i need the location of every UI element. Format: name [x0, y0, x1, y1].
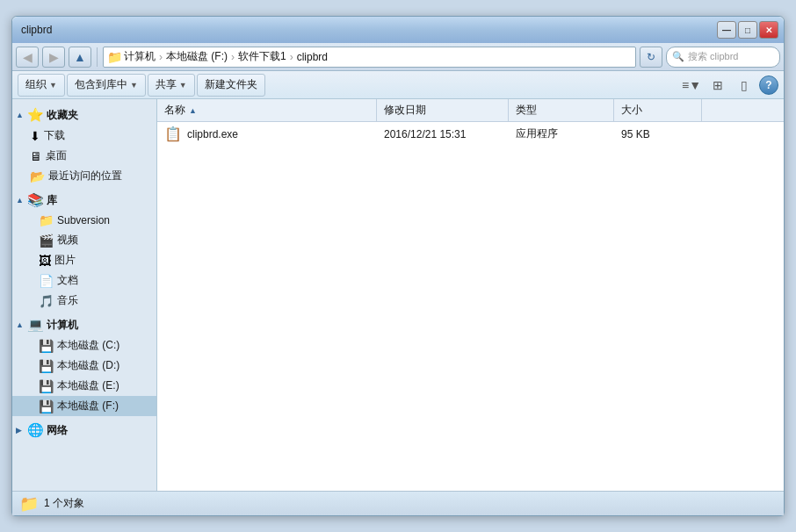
minimize-button[interactable]: —: [717, 21, 736, 39]
toolbar: 组织 ▼ 包含到库中 ▼ 共享 ▼ 新建文件夹 ≡▼ ⊞ ▯ ?: [12, 71, 784, 99]
file-exe-icon: 📋: [164, 126, 182, 142]
table-row[interactable]: 📋 clipbrd.exe 2016/12/21 15:31 应用程序 95 K…: [157, 122, 784, 147]
window-controls: — □ ✕: [717, 21, 778, 39]
refresh-button[interactable]: ↻: [640, 47, 662, 68]
addr-sep-3: ›: [290, 51, 293, 63]
sidebar-item-picture[interactable]: 🖼 图片: [12, 250, 156, 270]
up-button[interactable]: ▲: [69, 47, 91, 68]
col-size-header[interactable]: 大小: [614, 99, 702, 121]
addr-sep-2: ›: [231, 51, 235, 63]
download-icon: ⬇: [30, 129, 40, 143]
video-label: 视频: [57, 233, 78, 248]
search-box[interactable]: 🔍 搜索 clipbrd: [666, 47, 780, 68]
sidebar-item-document[interactable]: 📄 文档: [12, 270, 156, 291]
drive-f-label: 本地磁盘 (F:): [57, 399, 119, 413]
content-area: ▲ ⭐ 收藏夹 ⬇ 下载 🖥 桌面 📂 最近访问的位置: [12, 99, 784, 491]
favorites-icon: ⭐: [27, 107, 44, 123]
sidebar-favorites-section: ▲ ⭐ 收藏夹 ⬇ 下载 🖥 桌面 📂 最近访问的位置: [12, 104, 156, 186]
organize-arrow-icon: ▼: [49, 81, 57, 90]
drive-d-label: 本地磁盘 (D:): [57, 358, 119, 373]
addr-folder1: 软件下载1: [238, 49, 286, 64]
sidebar-item-subversion[interactable]: 📁 Subversion: [12, 211, 156, 230]
sidebar-item-music[interactable]: 🎵 音乐: [12, 291, 156, 311]
favorites-label: 收藏夹: [47, 108, 78, 123]
file-size-cell: 95 KB: [614, 122, 702, 146]
view-menu-button[interactable]: ≡▼: [680, 75, 703, 96]
sidebar-item-drive-e[interactable]: 💾 本地磁盘 (E:): [12, 376, 156, 396]
sidebar-favorites-header[interactable]: ▲ ⭐ 收藏夹: [12, 104, 156, 126]
file-name-cell: 📋 clipbrd.exe: [157, 122, 377, 146]
col-name-label: 名称: [164, 103, 185, 118]
address-bar[interactable]: 📁 计算机 › 本地磁盘 (F:) › 软件下载1 › clipbrd: [103, 47, 636, 68]
details-pane-button[interactable]: ▯: [733, 75, 756, 96]
sidebar-item-desktop[interactable]: 🖥 桌面: [12, 146, 156, 166]
file-type-cell: 应用程序: [509, 122, 614, 146]
file-type: 应用程序: [516, 126, 558, 141]
layout-button[interactable]: ⊞: [706, 75, 729, 96]
addr-computer: 计算机: [124, 49, 156, 64]
share-label: 共享: [156, 77, 177, 92]
sidebar-item-drive-d[interactable]: 💾 本地磁盘 (D:): [12, 356, 156, 376]
drive-d-icon: 💾: [39, 359, 54, 373]
organize-label: 组织: [25, 77, 47, 92]
include-label: 包含到库中: [75, 77, 127, 92]
addr-drive: 本地磁盘 (F:): [166, 49, 228, 64]
computer-section-icon: 💻: [27, 317, 44, 333]
status-text: 1 个对象: [44, 496, 84, 511]
drive-e-icon: 💾: [39, 379, 54, 393]
share-arrow-icon: ▼: [179, 81, 187, 90]
close-button[interactable]: ✕: [759, 21, 778, 39]
col-type-header[interactable]: 类型: [509, 99, 614, 121]
network-label: 网络: [47, 423, 68, 438]
include-library-button[interactable]: 包含到库中 ▼: [67, 74, 146, 97]
search-placeholder: 搜索 clipbrd: [688, 50, 738, 63]
music-label: 音乐: [57, 293, 78, 308]
document-label: 文档: [57, 273, 78, 288]
sidebar-computer-header[interactable]: ▲ 💻 计算机: [12, 314, 156, 335]
folder-icon: 📁: [107, 50, 122, 64]
picture-icon: 🖼: [39, 254, 51, 268]
drive-f-icon: 💾: [39, 399, 54, 413]
desktop-label: 桌面: [46, 148, 67, 163]
nav-bar: ◀ ▶ ▲ 📁 计算机 › 本地磁盘 (F:) › 软件下载1 › clipbr…: [12, 43, 784, 71]
sidebar-library-section: ▲ 📚 库 📁 Subversion 🎬 视频 🖼 图片 📄: [12, 190, 156, 311]
back-button[interactable]: ◀: [16, 47, 39, 68]
file-date-cell: 2016/12/21 15:31: [377, 122, 509, 146]
titlebar: clipbrd — □ ✕: [12, 17, 784, 43]
download-label: 下载: [44, 128, 65, 143]
computer-label: 计算机: [47, 318, 78, 333]
col-type-label: 类型: [516, 103, 537, 118]
library-label: 库: [47, 193, 57, 208]
sidebar-item-video[interactable]: 🎬 视频: [12, 230, 156, 250]
sidebar-item-drive-c[interactable]: 💾 本地磁盘 (C:): [12, 335, 156, 356]
file-size: 95 KB: [621, 128, 650, 140]
music-icon: 🎵: [39, 294, 54, 308]
share-button[interactable]: 共享 ▼: [148, 74, 195, 97]
status-bar: 📁 1 个对象: [12, 491, 784, 515]
recent-icon: 📂: [30, 169, 45, 183]
favorites-expand-icon: ▲: [16, 111, 25, 119]
window-title: clipbrd: [21, 24, 52, 36]
sidebar-computer-section: ▲ 💻 计算机 💾 本地磁盘 (C:) 💾 本地磁盘 (D:) 💾 本地磁盘 (…: [12, 314, 156, 416]
drive-e-label: 本地磁盘 (E:): [57, 378, 119, 393]
col-name-header[interactable]: 名称 ▲: [157, 99, 377, 121]
maximize-button[interactable]: □: [738, 21, 757, 39]
drive-c-label: 本地磁盘 (C:): [57, 338, 119, 353]
video-icon: 🎬: [39, 234, 54, 248]
new-folder-button[interactable]: 新建文件夹: [197, 74, 265, 97]
sidebar-library-header[interactable]: ▲ 📚 库: [12, 190, 156, 211]
network-icon: 🌐: [27, 422, 44, 438]
sidebar-network-section: ▶ 🌐 网络: [12, 420, 156, 441]
file-area: 名称 ▲ 修改日期 类型 大小 📋 clipbrd.exe: [157, 99, 784, 491]
sidebar-network-header[interactable]: ▶ 🌐 网络: [12, 420, 156, 441]
sidebar-item-recent[interactable]: 📂 最近访问的位置: [12, 166, 156, 186]
help-button[interactable]: ?: [759, 75, 778, 95]
organize-button[interactable]: 组织 ▼: [18, 74, 65, 97]
col-size-label: 大小: [621, 103, 642, 118]
file-date: 2016/12/21 15:31: [384, 128, 466, 140]
col-date-label: 修改日期: [384, 103, 426, 118]
col-date-header[interactable]: 修改日期: [377, 99, 509, 121]
sidebar-item-download[interactable]: ⬇ 下载: [12, 126, 156, 146]
forward-button[interactable]: ▶: [42, 47, 65, 68]
sidebar-item-drive-f[interactable]: 💾 本地磁盘 (F:): [12, 396, 156, 416]
